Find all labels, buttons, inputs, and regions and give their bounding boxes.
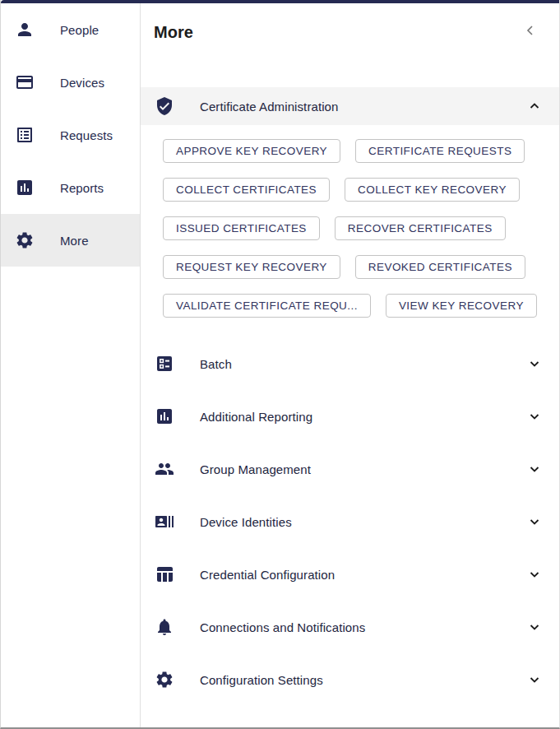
gear-icon	[15, 230, 35, 250]
accordion-header-configuration-settings[interactable]: Configuration Settings	[141, 660, 559, 699]
page-title: More	[154, 23, 546, 42]
certificate-requests-button[interactable]: CERTIFICATE REQUESTS	[355, 139, 525, 163]
accordion-header-group-management[interactable]: Group Management	[141, 449, 559, 489]
section-label: Additional Reporting	[200, 410, 312, 424]
section-label: Credential Configuration	[200, 568, 335, 582]
sidebar-item-more[interactable]: More	[1, 214, 140, 267]
sidebar-item-people[interactable]: People	[1, 3, 140, 56]
section-certificate-administration: Certificate Administration APPROVE KEY R…	[141, 87, 559, 331]
ballot-icon	[155, 354, 174, 374]
bar-chart-icon	[155, 406, 174, 426]
panel-header: More	[141, 3, 559, 87]
collect-key-recovery-button[interactable]: COLLECT KEY RECOVERY	[345, 178, 520, 202]
recover-certificates-button[interactable]: RECOVER CERTIFICATES	[335, 216, 506, 240]
view-key-recovery-button[interactable]: VIEW KEY RECOVERY	[386, 294, 537, 318]
list-alt-icon	[15, 125, 35, 145]
person-icon	[15, 20, 35, 39]
chevron-down-icon	[528, 357, 541, 370]
approve-key-recovery-button[interactable]: APPROVE KEY RECOVERY	[163, 139, 340, 163]
accordion-header-credential-configuration[interactable]: Credential Configuration	[141, 555, 559, 594]
collect-certificates-button[interactable]: COLLECT CERTIFICATES	[163, 178, 330, 202]
sidebar-item-requests[interactable]: Requests	[1, 109, 140, 161]
section-label: Device Identities	[200, 515, 292, 529]
credit-card-icon	[15, 72, 35, 92]
shield-check-icon	[155, 96, 174, 116]
app-window: People Devices Requests Reports	[0, 0, 560, 729]
sidebar-item-devices[interactable]: Devices	[1, 56, 140, 109]
validate-certificate-requests-button[interactable]: VALIDATE CERTIFICATE REQU...	[163, 294, 371, 318]
section-label: Group Management	[200, 462, 311, 476]
accordion-header-additional-reporting[interactable]: Additional Reporting	[141, 397, 559, 436]
table-chart-icon	[155, 564, 174, 584]
chevron-left-icon	[524, 24, 537, 37]
group-icon	[155, 459, 174, 479]
accordion-header-batch[interactable]: Batch	[141, 344, 559, 383]
request-key-recovery-button[interactable]: REQUEST KEY RECOVERY	[163, 255, 340, 279]
accordion-header-connections-and-notifications[interactable]: Connections and Notifications	[141, 607, 559, 647]
accordion-header-certificate-administration[interactable]: Certificate Administration	[141, 87, 559, 125]
sidebar-item-label: People	[60, 23, 99, 37]
sidebar-item-reports[interactable]: Reports	[1, 161, 140, 214]
sidebar-item-label: Requests	[60, 128, 113, 142]
chevron-down-icon	[528, 620, 541, 634]
chevron-up-icon	[528, 100, 541, 113]
chevron-down-icon	[528, 568, 541, 581]
section-label: Connections and Notifications	[200, 620, 365, 634]
chevron-down-icon	[528, 410, 541, 423]
bar-chart-icon	[15, 178, 35, 197]
revoked-certificates-button[interactable]: REVOKED CERTIFICATES	[355, 255, 525, 279]
more-panel: More Certificate Administration	[141, 3, 559, 729]
chevron-down-icon	[528, 673, 541, 686]
section-label: Configuration Settings	[200, 673, 323, 687]
collapse-panel-button[interactable]	[523, 23, 538, 38]
sidebar-item-label: More	[60, 234, 89, 248]
section-label: Batch	[200, 357, 232, 371]
sidebar-item-label: Reports	[60, 181, 104, 195]
accordion-header-device-identities[interactable]: Device Identities	[141, 502, 559, 541]
issued-certificates-button[interactable]: ISSUED CERTIFICATES	[163, 216, 320, 240]
sidebar: People Devices Requests Reports	[1, 3, 141, 729]
sidebar-item-label: Devices	[60, 76, 104, 90]
chevron-down-icon	[528, 515, 541, 528]
recent-actors-icon	[155, 512, 174, 532]
gear-icon	[155, 670, 174, 690]
chevron-down-icon	[528, 462, 541, 476]
section-label: Certificate Administration	[200, 100, 339, 114]
certificate-administration-actions: APPROVE KEY RECOVERY CERTIFICATE REQUEST…	[141, 125, 559, 331]
bell-icon	[155, 617, 174, 637]
